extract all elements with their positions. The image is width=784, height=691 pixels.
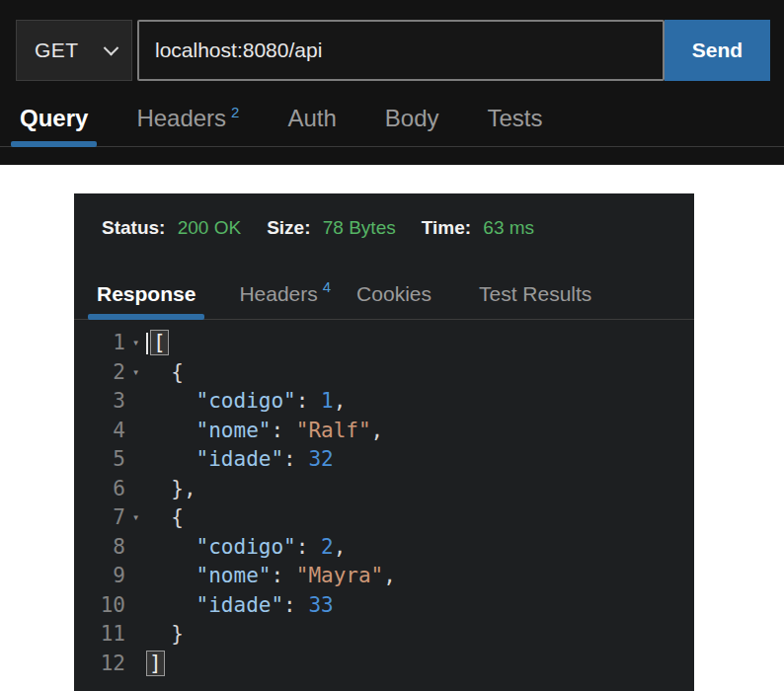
token-punct: , [371, 419, 384, 442]
tab-query-label: Query [20, 105, 88, 131]
token-punct: : [296, 389, 321, 413]
token-key: "nome" [196, 419, 272, 442]
tab-response[interactable]: Response [97, 282, 196, 319]
code-line: 10 "idade": 33 [74, 591, 694, 621]
token-key: "nome" [196, 564, 272, 587]
tab-test-results[interactable]: Test Results [479, 282, 591, 319]
token-punct: : [296, 535, 321, 559]
time-value: 63 ms [483, 217, 534, 238]
method-label: GET [35, 38, 79, 62]
line-number: 10 [74, 591, 125, 621]
response-size: Size: 78 Bytes [267, 217, 396, 239]
token-num: 2 [321, 535, 334, 559]
tab-response-headers[interactable]: Headers4 [239, 282, 331, 319]
code-line: 8 "codigo": 2, [74, 533, 694, 563]
token-punct: : [283, 447, 308, 471]
code-text: "idade": 33 [146, 591, 334, 621]
status-code: Status: 200 OK [102, 217, 241, 239]
token-key: "idade" [196, 447, 284, 471]
fold-gutter [125, 533, 146, 563]
size-value: 78 Bytes [323, 217, 396, 238]
tab-query[interactable]: Query [20, 105, 88, 146]
request-section: GET Send Query Headers2 Auth Body Tests [0, 0, 784, 165]
tab-body[interactable]: Body [385, 105, 439, 146]
token-punct [146, 447, 196, 471]
code-text: } [146, 620, 184, 650]
tab-tests-label: Tests [488, 105, 543, 131]
text-cursor [146, 333, 148, 354]
token-key: "codigo" [196, 389, 296, 413]
token-punct [146, 389, 196, 413]
code-text: { [146, 358, 184, 388]
token-punct: : [271, 564, 295, 587]
code-text: { [146, 503, 184, 533]
token-punct: } [146, 622, 184, 646]
code-line: 12] [74, 650, 694, 679]
send-button[interactable]: Send [665, 20, 770, 81]
response-time: Time: 63 ms [422, 217, 534, 239]
token-punct: : [283, 593, 308, 617]
fold-gutter [125, 650, 146, 679]
code-line: 1▾[ [74, 329, 694, 358]
url-input[interactable] [137, 20, 665, 81]
status-label: Status: [102, 217, 165, 238]
code-text: [ [146, 329, 169, 358]
fold-arrow-icon[interactable]: ▾ [125, 329, 146, 358]
tab-cookies-label: Cookies [356, 282, 431, 305]
token-key: "idade" [196, 593, 284, 617]
response-status-bar: Status: 200 OK Size: 78 Bytes Time: 63 m… [74, 193, 694, 239]
code-text: "idade": 32 [146, 445, 334, 475]
line-number: 2 [74, 358, 125, 388]
request-bar: GET Send [0, 0, 784, 81]
fold-gutter [125, 562, 146, 591]
chevron-down-icon [104, 39, 119, 55]
fold-gutter [125, 620, 146, 650]
code-line: 2▾ { [74, 358, 694, 388]
tab-response-headers-label: Headers [239, 282, 317, 305]
response-panel: Status: 200 OK Size: 78 Bytes Time: 63 m… [74, 193, 694, 691]
line-number: 9 [74, 562, 125, 591]
fold-gutter [125, 591, 146, 621]
code-text: "nome": "Ralf", [146, 417, 383, 446]
token-punct: : [271, 419, 295, 442]
fold-gutter [125, 475, 146, 504]
fold-arrow-icon[interactable]: ▾ [125, 358, 146, 388]
method-select[interactable]: GET [16, 20, 132, 81]
response-tabs: Response Headers4 Cookies Test Results [74, 282, 694, 320]
token-punct [146, 535, 196, 559]
token-bracket: ] [146, 651, 165, 676]
time-label: Time: [422, 217, 471, 238]
tab-auth-label: Auth [287, 105, 336, 131]
tab-auth[interactable]: Auth [287, 105, 336, 146]
code-text: "codigo": 1, [146, 387, 346, 417]
line-number: 7 [74, 503, 125, 533]
line-number: 5 [74, 445, 125, 475]
token-punct: , [383, 564, 396, 587]
line-number: 12 [74, 650, 125, 679]
token-punct: , [334, 389, 347, 413]
code-text: "codigo": 2, [146, 533, 346, 563]
headers-count-badge: 2 [231, 104, 239, 120]
size-label: Size: [267, 217, 310, 238]
status-value: 200 OK [178, 217, 241, 238]
code-text: ] [146, 650, 165, 679]
tab-test-results-label: Test Results [479, 282, 591, 305]
token-punct: { [146, 360, 184, 384]
tab-cookies[interactable]: Cookies [356, 282, 431, 319]
code-line: 5 "idade": 32 [74, 445, 694, 475]
line-number: 4 [74, 417, 125, 446]
token-punct [146, 593, 196, 617]
token-punct: { [146, 505, 184, 529]
token-punct [146, 419, 196, 442]
code-editor[interactable]: 1▾[2▾ {3 "codigo": 1,4 "nome": "Ralf",5 … [74, 329, 694, 678]
tab-headers[interactable]: Headers2 [136, 105, 239, 146]
tab-tests[interactable]: Tests [488, 105, 543, 146]
code-text: }, [146, 475, 196, 504]
tab-headers-label: Headers [136, 105, 226, 131]
code-line: 3 "codigo": 1, [74, 387, 694, 417]
fold-gutter [125, 417, 146, 446]
fold-arrow-icon[interactable]: ▾ [125, 503, 146, 533]
token-str: "Mayra" [296, 564, 384, 587]
request-tabs: Query Headers2 Auth Body Tests [0, 105, 784, 147]
line-number: 8 [74, 533, 125, 563]
